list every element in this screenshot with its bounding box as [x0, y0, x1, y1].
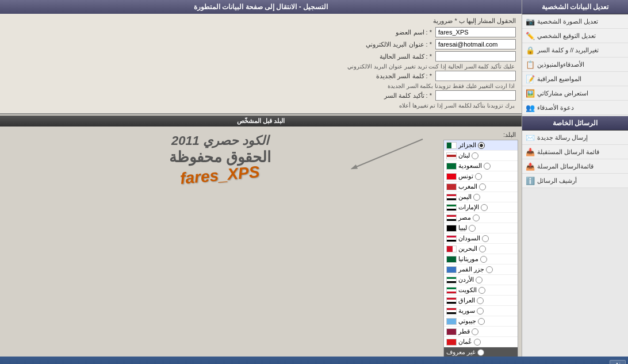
current-password-input[interactable] [435, 51, 516, 62]
country-name: العراق [458, 297, 475, 304]
send-icon: ✉️ [526, 133, 535, 142]
country-flag [446, 225, 457, 232]
country-item[interactable]: عُمان [444, 337, 518, 347]
country-item[interactable]: الكويت [444, 285, 518, 296]
country-item[interactable]: السعودية [444, 161, 518, 171]
radio-button [486, 266, 493, 273]
new-password-input[interactable] [435, 71, 516, 81]
sidebar-item-inbox[interactable]: قائمة الرسائل المستقبلة 📥 [522, 145, 628, 159]
country-item[interactable]: مصر [444, 213, 518, 223]
page-header: التسجيل - الانتقال إلى صفحة البيانات الم… [0, 0, 522, 14]
sidebar-item-label: المواضيع المراقبة [537, 75, 581, 83]
arrow-annotation [319, 133, 434, 179]
country-name: جيبوتي [458, 317, 476, 325]
country-name: قطر [458, 328, 470, 335]
country-name: الإمارات [458, 204, 479, 211]
sidebar-item-invite[interactable]: دعوة الأصدقاء 👥 [522, 101, 628, 115]
country-name: اليمن [458, 193, 472, 201]
sidebar-item-label: قائمة الرسائل المستقبلة [537, 148, 599, 156]
radio-button [478, 318, 485, 325]
username-row: * : اسم العضو [6, 27, 516, 37]
country-name: سورية [458, 307, 475, 315]
country-item[interactable]: جيبوتي [444, 316, 518, 327]
country-name: مصر [458, 214, 471, 221]
country-flag [446, 256, 457, 263]
country-name: السودان [458, 235, 480, 242]
sidebar-item-sent[interactable]: قائمةالرسائل المرسلة 📤 [522, 159, 628, 174]
sidebar-item-participations[interactable]: استعراض مشاركاتي 🖼️ [522, 86, 628, 101]
lock-icon: 🔒 [526, 45, 535, 55]
radio-button [477, 349, 484, 356]
friends-icon: 👥 [526, 103, 535, 112]
sidebar-item-label: تعديل التوقيع الشخصي [537, 32, 596, 40]
country-item[interactable]: السودان [444, 233, 518, 244]
email-label: * : عنوان البريد الالكتروني [363, 41, 432, 48]
country-name: الكويت [458, 286, 477, 294]
watermark-year: الكود حصري 2011 [171, 133, 269, 148]
country-item[interactable]: لبنان [444, 151, 518, 161]
country-item[interactable]: موريتانيا [444, 254, 518, 265]
pen-icon: ✏️ [526, 31, 535, 40]
radio-button [478, 142, 485, 149]
radio-button [474, 339, 481, 346]
country-item[interactable]: العراق [444, 296, 518, 306]
sidebar-item-label: إرسال رسالة جديدة [537, 134, 588, 141]
sidebar-item-archive[interactable]: أرشيف الرسائل ℹ️ [522, 174, 628, 188]
country-item[interactable]: سورية [444, 306, 518, 316]
country-item[interactable]: المغرب [444, 182, 518, 192]
bottom-section: البلد: الجزائرلبنانالسعوديةتونسالمغربالي… [0, 128, 522, 357]
sidebar-item-change-password[interactable]: تغيرالبريد // و كلمة السر 🔒 [522, 43, 628, 58]
radio-button [479, 183, 486, 190]
username-input[interactable] [435, 27, 516, 37]
sidebar-item-friends[interactable]: الأصدقاءوالمنبوذين 📋 [522, 58, 628, 72]
email-input[interactable] [435, 39, 516, 49]
confirm-password-input[interactable] [435, 90, 516, 101]
sidebar-item-edit-signature[interactable]: تعديل التوقيع الشخصي ✏️ [522, 29, 628, 43]
notepad-icon: 📝 [526, 74, 535, 83]
confirm-password-row: * : تأكيد كلمة السر [6, 90, 516, 101]
country-item[interactable]: جزر القمر [444, 265, 518, 275]
radio-button [480, 256, 487, 263]
country-flag [446, 339, 457, 346]
country-name: لبنان [458, 152, 470, 159]
country-item[interactable]: اليمن [444, 192, 518, 202]
country-item[interactable]: قطر [444, 327, 518, 337]
sent-icon: 📤 [526, 162, 535, 171]
country-flag [446, 214, 457, 221]
country-flag [446, 183, 457, 190]
radio-button [476, 277, 483, 283]
current-password-note: عليك تأكيد كلمة السر الحالية إذا كنت تري… [6, 63, 516, 71]
gallery-icon: 🖼️ [526, 89, 535, 98]
country-item[interactable]: الإمارات [444, 202, 518, 213]
country-flag [446, 328, 457, 335]
radio-button [481, 204, 488, 211]
form-area: الحقول المشار إليها ب * ضرورية * : اسم ا… [0, 14, 522, 114]
country-item[interactable]: الجزائر [444, 140, 518, 151]
radio-button [478, 287, 485, 294]
country-flag [446, 194, 457, 201]
country-item[interactable]: ليبيا [444, 223, 518, 233]
country-item[interactable]: غير معروف [444, 347, 518, 357]
country-item[interactable]: البحرين [444, 244, 518, 254]
sidebar-item-topics[interactable]: المواضيع المراقبة 📝 [522, 72, 628, 86]
radio-button [475, 173, 482, 180]
radio-button [473, 214, 480, 221]
country-item[interactable]: تونس [444, 171, 518, 182]
required-note: الحقول المشار إليها ب * ضرورية [6, 17, 516, 25]
country-name: موريتانيا [458, 255, 478, 263]
country-item[interactable]: الأردن [444, 275, 518, 285]
country-name: غير معروف [446, 348, 476, 356]
sidebar-item-send-message[interactable]: إرسال رسالة جديدة ✉️ [522, 131, 628, 145]
taskbar-item-ai[interactable]: Ai [610, 360, 626, 364]
country-flag [446, 246, 457, 252]
sidebar-item-label: أرشيف الرسائل [537, 177, 577, 185]
watermark-area: الكود حصري 2011 الحقوق محفوظة fares_XPS [0, 128, 440, 190]
watermark-name: fares_XPS [179, 163, 261, 188]
sidebar-item-edit-photo[interactable]: تعديل الصورة الشخصية 📷 [522, 14, 628, 29]
sidebar-section-title-personal: تعديل البيانات الشخصية [522, 0, 628, 14]
country-name: المغرب [458, 183, 477, 190]
country-name: البحرين [458, 245, 477, 252]
sidebar-item-label: استعراض مشاركاتي [537, 90, 588, 97]
radio-button [479, 246, 486, 252]
radio-button [482, 235, 489, 242]
